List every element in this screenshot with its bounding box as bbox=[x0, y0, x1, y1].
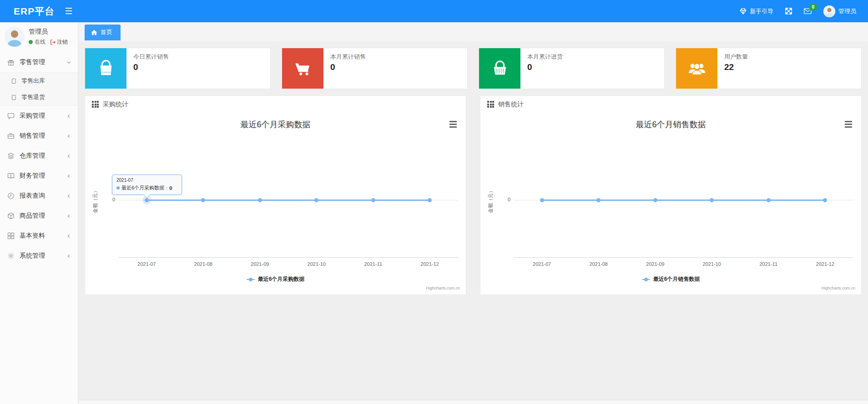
file-icon bbox=[11, 95, 17, 100]
data-point[interactable] bbox=[314, 198, 318, 202]
gift-icon bbox=[7, 59, 15, 66]
data-point[interactable] bbox=[201, 198, 205, 202]
sidebar-item-sales[interactable]: 销售管理 bbox=[0, 126, 78, 146]
messages-button[interactable]: 0 bbox=[804, 8, 812, 14]
x-tick: 2021-08 bbox=[175, 261, 232, 267]
user-menu[interactable]: 管理员 bbox=[823, 5, 856, 17]
purchase-chart: 最近6个月采购数据 金额（元） 0 bbox=[85, 113, 466, 294]
legend-marker-icon bbox=[247, 277, 255, 281]
file-icon bbox=[11, 78, 17, 84]
x-tick: 2021-08 bbox=[570, 261, 627, 267]
layers-icon bbox=[7, 152, 15, 160]
chart-credits[interactable]: Highcharts.com.cn bbox=[821, 286, 855, 290]
legend-label[interactable]: 最近6个月销售数据 bbox=[653, 275, 700, 283]
sidebar-item-label: 系统管理 bbox=[20, 252, 45, 260]
data-point[interactable] bbox=[428, 198, 432, 202]
fullscreen-icon bbox=[785, 8, 792, 15]
sidebar-item-label: 零售退货 bbox=[21, 93, 45, 101]
gem-icon bbox=[740, 8, 747, 15]
logout-link[interactable]: 注销 bbox=[50, 38, 68, 46]
data-point[interactable] bbox=[371, 198, 375, 202]
x-tick: 2021-12 bbox=[402, 261, 459, 267]
card-value: 0 bbox=[133, 62, 169, 72]
user-avatar[interactable] bbox=[5, 27, 25, 47]
card-label: 本月累计销售 bbox=[330, 53, 366, 61]
cart-icon bbox=[282, 48, 323, 89]
data-point[interactable] bbox=[258, 198, 262, 202]
chevron-left-icon bbox=[66, 254, 71, 259]
sidebar-user-block: 管理员 在线 注销 bbox=[0, 22, 78, 52]
chart-panels-row: 采购统计 最近6个月采购数据 金额（元） 0 bbox=[85, 95, 862, 295]
gear-icon bbox=[7, 252, 15, 259]
sales-chart: 最近6个月销售数据 金额（元） 0 bbox=[480, 113, 861, 294]
shopping-bag-icon bbox=[85, 48, 126, 89]
chart-export-menu-icon[interactable] bbox=[845, 121, 852, 129]
y-axis-tick: 0 bbox=[104, 197, 115, 202]
sidebar-item-retail-outbound[interactable]: 零售出库 bbox=[0, 73, 78, 89]
y-axis-title: 金额（元） bbox=[92, 165, 99, 237]
data-point[interactable] bbox=[767, 198, 771, 202]
sidebar-item-label: 仓库管理 bbox=[20, 152, 45, 160]
sidebar-item-warehouse[interactable]: 仓库管理 bbox=[0, 146, 78, 166]
x-axis-labels: 2021-07 2021-08 2021-09 2021-10 2021-11 … bbox=[118, 261, 458, 267]
chart-title: 最近6个月采购数据 bbox=[85, 119, 466, 130]
chart-legend: 最近6个月采购数据 bbox=[85, 275, 466, 283]
tooltip-header: 2021-07 bbox=[116, 178, 177, 183]
panel-title: 销售统计 bbox=[498, 100, 524, 109]
online-status-label: 在线 bbox=[35, 38, 45, 46]
sidebar-item-label: 零售管理 bbox=[20, 58, 45, 66]
sidebar-item-basic-data[interactable]: 基本资料 bbox=[0, 226, 78, 246]
card-value: 22 bbox=[724, 62, 748, 72]
card-today-sales[interactable]: 今日累计销售 0 bbox=[85, 48, 271, 89]
fullscreen-button[interactable] bbox=[785, 8, 792, 15]
card-label: 本月累计进货 bbox=[527, 53, 563, 61]
card-user-count[interactable]: 用户数量 22 bbox=[676, 48, 862, 89]
sidebar-toggle-icon[interactable]: ☰ bbox=[65, 7, 72, 15]
tooltip-value: 0 bbox=[169, 185, 172, 191]
card-month-purchase[interactable]: 本月累计进货 0 bbox=[479, 48, 665, 89]
sidebar-item-retail-return[interactable]: 零售退货 bbox=[0, 89, 78, 105]
sidebar-item-label: 基本资料 bbox=[20, 232, 45, 240]
data-point[interactable] bbox=[823, 198, 827, 202]
users-icon bbox=[676, 48, 717, 89]
sidebar: 管理员 在线 注销 零售管理 bbox=[0, 22, 78, 404]
legend-label[interactable]: 最近6个月采购数据 bbox=[258, 275, 305, 283]
data-point[interactable] bbox=[710, 198, 714, 202]
chart-title: 最近6个月销售数据 bbox=[480, 119, 861, 130]
panel-sales-stats: 销售统计 最近6个月销售数据 金额（元） 0 bbox=[480, 95, 862, 295]
x-tick: 2021-11 bbox=[345, 261, 402, 267]
y-axis-title: 金额（元） bbox=[487, 165, 494, 237]
username-label: 管理员 bbox=[838, 7, 856, 15]
sidebar-item-finance[interactable]: 财务管理 bbox=[0, 166, 78, 186]
chart-export-menu-icon[interactable] bbox=[449, 121, 457, 129]
sidebar-item-label: 零售出库 bbox=[21, 77, 45, 85]
sidebar-item-label: 销售管理 bbox=[20, 132, 45, 140]
chevron-left-icon bbox=[66, 174, 71, 179]
sidebar-item-reports[interactable]: 报表查询 bbox=[0, 186, 78, 206]
sidebar-menu: 零售管理 零售出库 零售退货 采购管理 bbox=[0, 52, 78, 266]
tooltip-series-dot bbox=[116, 186, 120, 190]
guide-button[interactable]: 新手引导 bbox=[740, 7, 773, 15]
data-point[interactable] bbox=[540, 198, 544, 202]
basket-icon bbox=[479, 48, 520, 89]
tab-home[interactable]: 首页 bbox=[85, 25, 121, 40]
x-tick: 2021-09 bbox=[627, 261, 684, 267]
app-logo: ERP平台 bbox=[14, 5, 55, 18]
chart-tooltip: 2021-07 最近6个月采购数据: 0 bbox=[112, 175, 182, 195]
sidebar-item-purchase[interactable]: 采购管理 bbox=[0, 106, 78, 126]
chevron-left-icon bbox=[66, 234, 71, 239]
sidebar-item-retail[interactable]: 零售管理 bbox=[0, 52, 78, 72]
sidebar-item-label: 报表查询 bbox=[20, 192, 45, 200]
th-grid-icon bbox=[487, 101, 494, 108]
sidebar-item-products[interactable]: 商品管理 bbox=[0, 206, 78, 226]
avatar bbox=[823, 5, 835, 17]
sign-out-icon bbox=[50, 40, 56, 45]
sidebar-item-system[interactable]: 系统管理 bbox=[0, 246, 78, 266]
data-point[interactable] bbox=[596, 198, 601, 202]
x-tick: 2021-11 bbox=[740, 261, 797, 267]
comment-icon bbox=[7, 112, 15, 120]
card-month-sales[interactable]: 本月累计销售 0 bbox=[282, 48, 468, 89]
data-point[interactable] bbox=[653, 198, 657, 202]
plot-area bbox=[118, 143, 458, 258]
chart-credits[interactable]: Highcharts.com.cn bbox=[426, 286, 460, 290]
